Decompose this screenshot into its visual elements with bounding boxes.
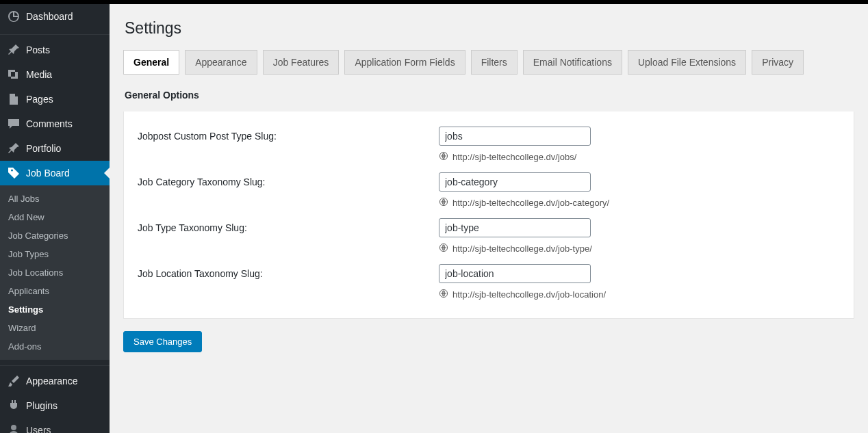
section-heading: General Options [125,90,854,101]
sidebar-item-job-board[interactable]: Job Board [0,161,110,185]
submenu-item-add-ons[interactable]: Add-ons [0,337,110,356]
tab-general[interactable]: General [123,50,179,75]
url-hint: http://sjb-teltechcollege.dv/job-locatio… [439,289,840,300]
category-slug-input[interactable] [439,172,591,192]
dashboard-icon [7,10,21,23]
url-hint-text: http://sjb-teltechcollege.dv/job-type/ [452,244,592,254]
sidebar-separator [0,31,110,35]
sidebar-item-users[interactable]: Users [0,418,110,433]
admin-sidebar: Dashboard Posts Media Pages Comments Por… [0,4,110,433]
sidebar-item-label: Plugins [26,400,58,411]
sidebar-item-label: Comments [26,118,73,129]
globe-icon [439,243,448,254]
pin-icon [7,43,21,57]
sidebar-item-label: Portfolio [26,143,61,154]
form-row-location-slug: Job Location Taxonomy Slug: http://sjb-t… [138,259,840,304]
submenu-item-applicants[interactable]: Applicants [0,282,110,300]
page-title: Settings [125,19,854,38]
submenu-item-job-categories[interactable]: Job Categories [0,226,110,245]
field-label: Job Category Taxonomy Slug: [138,172,439,213]
tab-filters[interactable]: Filters [471,50,518,75]
settings-panel: Jobpost Custom Post Type Slug: http://sj… [123,111,854,319]
tab-privacy[interactable]: Privacy [752,50,804,75]
url-hint-text: http://sjb-teltechcollege.dv/jobs/ [452,152,576,162]
globe-icon [439,151,448,163]
post-slug-input[interactable] [439,127,591,146]
tab-upload-file-extensions[interactable]: Upload File Extensions [628,50,746,75]
location-slug-input[interactable] [439,264,591,283]
content-area: Settings General Appearance Job Features… [110,4,868,433]
field-label: Job Type Taxonomy Slug: [138,218,439,259]
sidebar-item-posts[interactable]: Posts [0,38,110,62]
globe-icon [439,289,448,300]
user-icon [7,423,21,433]
sidebar-separator [0,363,110,366]
field-label: Job Location Taxonomy Slug: [138,264,439,304]
url-hint: http://sjb-teltechcollege.dv/jobs/ [439,151,840,163]
sidebar-item-label: Media [26,69,52,80]
sidebar-item-label: Pages [26,94,53,105]
sidebar-item-label: Users [26,425,51,433]
submenu-item-add-new[interactable]: Add New [0,208,110,226]
settings-tabs: General Appearance Job Features Applicat… [123,50,854,75]
tab-email-notifications[interactable]: Email Notifications [523,50,622,75]
tag-icon [7,166,21,180]
save-button[interactable]: Save Changes [123,331,202,352]
sidebar-item-label: Appearance [26,376,78,386]
sidebar-item-plugins[interactable]: Plugins [0,393,110,418]
tab-job-features[interactable]: Job Features [263,50,340,75]
url-hint-text: http://sjb-teltechcollege.dv/job-categor… [452,198,609,208]
globe-icon [439,197,448,209]
sidebar-submenu: All Jobs Add New Job Categories Job Type… [0,185,110,360]
submenu-item-settings[interactable]: Settings [0,300,110,319]
tab-appearance[interactable]: Appearance [185,50,257,75]
tab-application-form-fields[interactable]: Application Form Fields [344,50,465,75]
media-icon [7,68,21,81]
form-row-post-slug: Jobpost Custom Post Type Slug: http://sj… [138,121,840,167]
comment-icon [7,117,21,131]
url-hint-text: http://sjb-teltechcollege.dv/job-locatio… [452,289,606,300]
sidebar-item-comments[interactable]: Comments [0,111,110,136]
page-icon [7,92,21,106]
form-row-type-slug: Job Type Taxonomy Slug: http://sjb-telte… [138,213,840,259]
submenu-item-job-locations[interactable]: Job Locations [0,263,110,282]
type-slug-input[interactable] [439,218,591,237]
sidebar-item-pages[interactable]: Pages [0,87,110,111]
submenu-item-wizard[interactable]: Wizard [0,319,110,337]
url-hint: http://sjb-teltechcollege.dv/job-type/ [439,243,840,254]
sidebar-item-portfolio[interactable]: Portfolio [0,136,110,161]
submenu-item-all-jobs[interactable]: All Jobs [0,189,110,208]
sidebar-item-dashboard[interactable]: Dashboard [0,4,110,29]
field-label: Jobpost Custom Post Type Slug: [138,127,439,167]
plug-icon [7,399,21,412]
sidebar-item-label: Posts [26,44,50,55]
sidebar-item-appearance[interactable]: Appearance [0,369,110,393]
pin-icon [7,142,21,155]
brush-icon [7,374,21,388]
sidebar-item-label: Dashboard [26,11,73,22]
submenu-item-job-types[interactable]: Job Types [0,245,110,263]
sidebar-item-label: Job Board [26,168,70,179]
url-hint: http://sjb-teltechcollege.dv/job-categor… [439,197,840,209]
sidebar-item-media[interactable]: Media [0,62,110,87]
form-row-category-slug: Job Category Taxonomy Slug: http://sjb-t… [138,167,840,213]
